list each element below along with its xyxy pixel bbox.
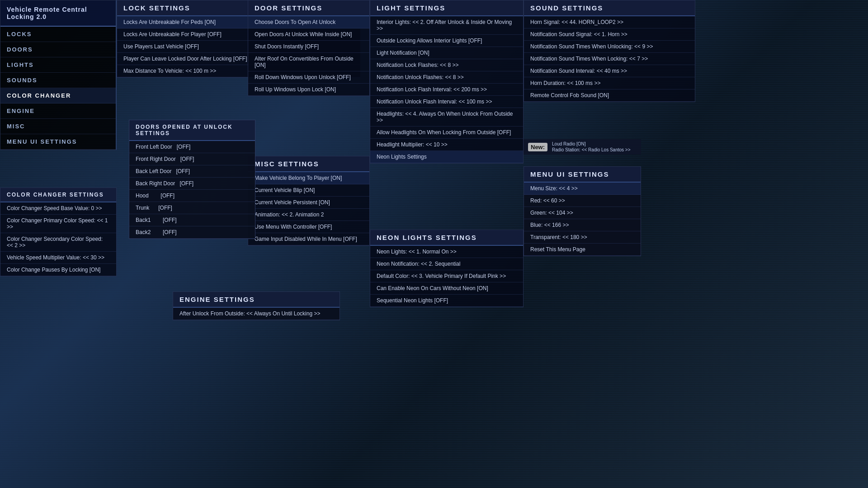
door-settings-title: DOOR SETTINGS	[255, 4, 363, 12]
sidebar-item-menu-ui-settings[interactable]: MENU UI SETTINGS	[0, 134, 116, 150]
door-item-1[interactable]: Open Doors At Unlock While Inside [ON]	[248, 28, 369, 41]
misc-item-5[interactable]: Game Input Disabled While In Menu [OFF]	[248, 233, 369, 245]
misc-settings-header: MISC SETTINGS	[248, 156, 369, 172]
doors-opened-title: DOORS OPENED AT UNLOCK SETTINGS	[136, 124, 249, 136]
new-badge-line2: Radio Station: << Radio Los Santos >>	[552, 147, 630, 152]
light-item-9[interactable]: Headlight Multiplier: << 10 >>	[370, 139, 523, 151]
light-settings-header: LIGHT SETTINGS	[370, 0, 523, 16]
door-trunk[interactable]: Trunk [OFF]	[129, 202, 255, 214]
engine-settings-title: ENGINE SETTINGS	[179, 296, 333, 303]
engine-settings-panel: ENGINE SETTINGS After Unlock From Outsid…	[173, 291, 340, 320]
misc-settings-panel: MISC SETTINGS Make Vehicle Belong To Pla…	[248, 156, 370, 246]
sound-item-5[interactable]: Horn Duration: << 100 ms >>	[524, 77, 695, 89]
misc-item-1[interactable]: Current Vehicle Blip [ON]	[248, 184, 369, 197]
light-settings-panel: LIGHT SETTINGS Interior Lights: << 2. Of…	[370, 0, 524, 164]
door-settings-header: DOOR SETTINGS	[248, 0, 369, 16]
menu-ui-item-1[interactable]: Red: << 60 >>	[524, 195, 641, 207]
neon-item-3[interactable]: Can Enable Neon On Cars Without Neon [ON…	[370, 282, 523, 295]
color-changer-settings-title: COLOR CHANGER SETTINGS	[7, 192, 110, 198]
neon-item-0[interactable]: Neon Lights: << 1. Normal On >>	[370, 246, 523, 258]
color-changer-settings-header: COLOR CHANGER SETTINGS	[0, 188, 116, 202]
menu-ui-item-2[interactable]: Green: << 104 >>	[524, 207, 641, 219]
misc-settings-title: MISC SETTINGS	[255, 160, 363, 168]
sound-settings-panel: SOUND SETTINGS Horn Signal: << 44. HORN_…	[524, 0, 695, 102]
light-item-1[interactable]: Outside Locking Allows Interior Lights […	[370, 35, 523, 47]
light-item-8[interactable]: Allow Headlights On When Locking From Ou…	[370, 127, 523, 139]
menu-ui-item-4[interactable]: Transparent: << 180 >>	[524, 231, 641, 244]
color-changer-item-0[interactable]: Color Changer Speed Base Value: 0 >>	[0, 202, 116, 215]
light-item-6[interactable]: Notification Unlock Flash Interval: << 1…	[370, 96, 523, 108]
misc-item-3[interactable]: Animation: << 2. Animation 2	[248, 209, 369, 221]
color-changer-item-1[interactable]: Color Changer Primary Color Speed: << 1 …	[0, 215, 116, 233]
door-hood[interactable]: Hood [OFF]	[129, 190, 255, 202]
new-badge-area: New: Loud Radio [ON] Radio Station: << R…	[524, 139, 641, 155]
door-settings-panel: DOOR SETTINGS Choose Doors To Open At Un…	[248, 0, 370, 96]
door-item-0[interactable]: Choose Doors To Open At Unlock	[248, 16, 369, 28]
door-front-right[interactable]: Front Right Door [OFF]	[129, 153, 255, 165]
door-item-5[interactable]: Roll Up Windows Upon Lock [ON]	[248, 84, 369, 96]
menu-ui-settings-panel: MENU UI SETTINGS Menu Size: << 4 >> Red:…	[524, 166, 641, 256]
sound-item-1[interactable]: Notification Sound Signal: << 1. Horn >>	[524, 28, 695, 41]
door-front-left[interactable]: Front Left Door [OFF]	[129, 141, 255, 153]
reset-menu-page-button[interactable]: Reset This Menu Page	[524, 244, 641, 256]
new-badge-line1: Loud Radio [ON]	[552, 141, 630, 146]
light-item-5[interactable]: Notification Lock Flash Interval: << 200…	[370, 84, 523, 96]
sound-item-6[interactable]: Remote Control Fob Sound [ON]	[524, 89, 695, 102]
light-item-4[interactable]: Notification Unlock Flashes: << 8 >>	[370, 71, 523, 84]
neon-lights-settings-panel: NEON LIGHTS SETTINGS Neon Lights: << 1. …	[370, 230, 524, 307]
sound-settings-header: SOUND SETTINGS	[524, 0, 695, 16]
door-back-right[interactable]: Back Right Door [OFF]	[129, 178, 255, 190]
menu-ui-item-0[interactable]: Menu Size: << 4 >>	[524, 183, 641, 195]
light-item-2[interactable]: Light Notification [ON]	[370, 47, 523, 59]
light-settings-title: LIGHT SETTINGS	[377, 4, 517, 12]
color-changer-item-2[interactable]: Color Changer Secondary Color Speed: << …	[0, 233, 116, 252]
sidebar-item-sounds[interactable]: SOUNDS	[0, 73, 116, 88]
color-changer-settings-panel: COLOR CHANGER SETTINGS Color Changer Spe…	[0, 188, 117, 277]
misc-item-4[interactable]: Use Menu With Controller [OFF]	[248, 221, 369, 233]
doors-opened-submenu: DOORS OPENED AT UNLOCK SETTINGS Front Le…	[129, 120, 255, 239]
sidebar: Vehicle Remote Central Locking 2.0 LOCKS…	[0, 0, 117, 150]
menu-ui-settings-header: MENU UI SETTINGS	[524, 167, 641, 183]
sidebar-item-misc[interactable]: MISC	[0, 119, 116, 134]
misc-item-2[interactable]: Current Vehicle Persistent [ON]	[248, 197, 369, 209]
neon-item-2[interactable]: Default Color: << 3. Vehicle Primary If …	[370, 270, 523, 282]
new-badge-label: New:	[528, 143, 547, 151]
light-item-7[interactable]: Headlights: << 4. Always On When Unlock …	[370, 108, 523, 127]
sidebar-item-engine[interactable]: ENGINE	[0, 103, 116, 119]
app-title-bar: Vehicle Remote Central Locking 2.0	[0, 0, 116, 27]
door-item-3[interactable]: Alter Roof On Convertibles From Outside …	[248, 53, 369, 71]
sound-item-3[interactable]: Notification Sound Times When Locking: <…	[524, 53, 695, 65]
sound-item-2[interactable]: Notification Sound Times When Unlocking:…	[524, 41, 695, 53]
neon-settings-header: NEON LIGHTS SETTINGS	[370, 230, 523, 246]
menu-ui-item-3[interactable]: Blue: << 166 >>	[524, 219, 641, 231]
new-badge-content: Loud Radio [ON] Radio Station: << Radio …	[552, 141, 630, 152]
light-item-0[interactable]: Interior Lights: << 2. Off After Unlock …	[370, 16, 523, 35]
light-item-3[interactable]: Notification Lock Flashes: << 8 >>	[370, 59, 523, 71]
color-changer-item-4[interactable]: Color Change Pauses By Locking [ON]	[0, 264, 116, 276]
neon-item-4[interactable]: Sequential Neon Lights [OFF]	[370, 295, 523, 307]
color-changer-item-3[interactable]: Vehicle Speed Multiplier Value: << 30 >>	[0, 252, 116, 264]
sidebar-item-lights[interactable]: LIGHTS	[0, 57, 116, 73]
door-back2[interactable]: Back2 [OFF]	[129, 226, 255, 239]
door-item-4[interactable]: Roll Down Windows Upon Unlock [OFF]	[248, 71, 369, 84]
doors-opened-header: DOORS OPENED AT UNLOCK SETTINGS	[129, 120, 255, 141]
sidebar-item-locks[interactable]: LOCKS	[0, 27, 116, 42]
engine-after-unlock[interactable]: After Unlock From Outside: << Always On …	[173, 308, 340, 320]
door-item-2[interactable]: Shut Doors Instantly [OFF]	[248, 41, 369, 53]
door-back1[interactable]: Back1 [OFF]	[129, 214, 255, 226]
sidebar-item-color-changer[interactable]: COLOR CHANGER	[0, 88, 116, 103]
neon-settings-title: NEON LIGHTS SETTINGS	[377, 234, 517, 241]
menu-ui-settings-title: MENU UI SETTINGS	[530, 170, 634, 178]
engine-settings-header: ENGINE SETTINGS	[173, 292, 340, 308]
app-title: Vehicle Remote Central Locking 2.0	[7, 6, 109, 20]
door-back-left[interactable]: Back Left Door [OFF]	[129, 165, 255, 178]
sound-settings-title: SOUND SETTINGS	[530, 4, 689, 12]
neon-item-1[interactable]: Neon Notification: << 2. Sequential	[370, 258, 523, 270]
sidebar-item-doors[interactable]: DOORS	[0, 42, 116, 57]
light-item-10[interactable]: Neon Lights Settings	[370, 151, 523, 163]
sound-item-0[interactable]: Horn Signal: << 44. HORN_LOOP2 >>	[524, 16, 695, 28]
misc-item-0[interactable]: Make Vehicle Belong To Player [ON]	[248, 172, 369, 184]
sound-item-4[interactable]: Notification Sound Interval: << 40 ms >>	[524, 65, 695, 77]
